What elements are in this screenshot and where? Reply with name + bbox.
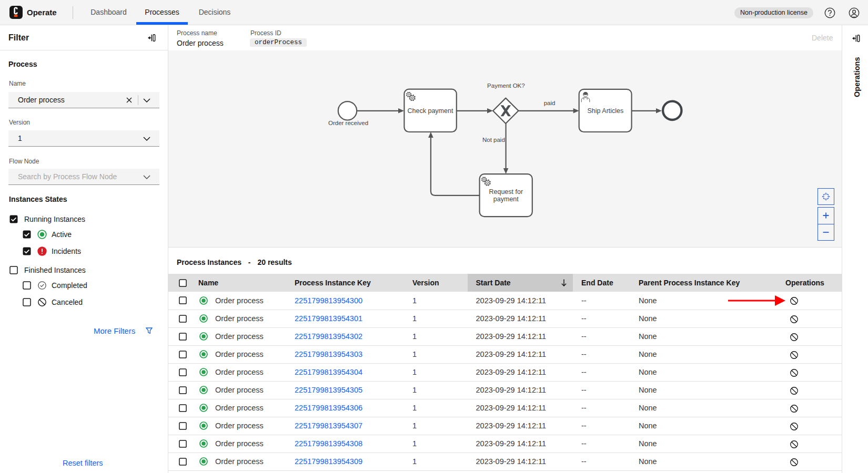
svg-text:payment: payment — [493, 196, 519, 203]
svg-text:Not paid: Not paid — [482, 137, 505, 143]
svg-text:Request for: Request for — [489, 188, 523, 196]
svg-text:Ship Articles: Ship Articles — [588, 107, 624, 115]
svg-text:paid: paid — [544, 100, 556, 106]
svg-text:Payment OK?: Payment OK? — [487, 83, 525, 89]
svg-text:Check payment: Check payment — [408, 107, 453, 115]
svg-text:Order received: Order received — [328, 120, 368, 126]
